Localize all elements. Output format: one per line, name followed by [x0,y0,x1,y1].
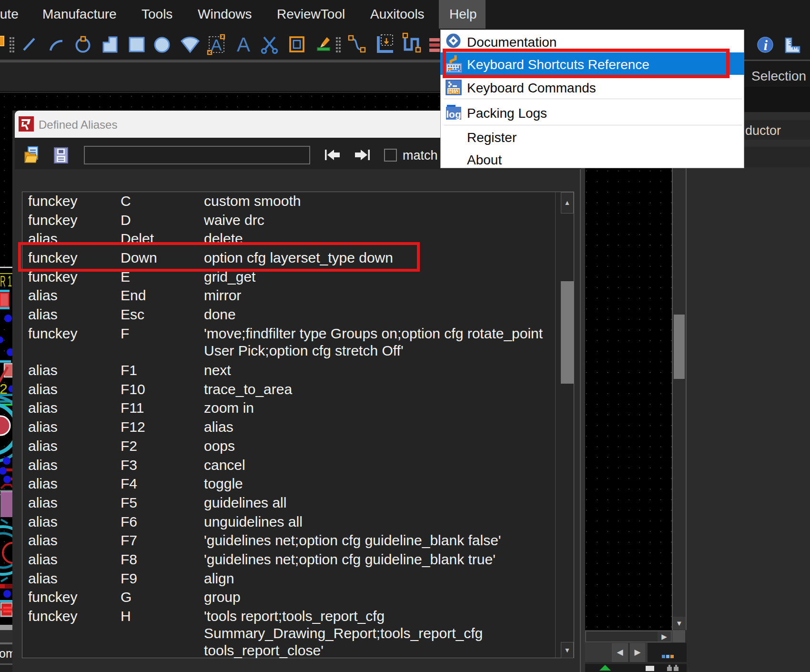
svg-text:log: log [446,109,461,120]
svg-text:A: A [211,36,222,54]
svg-text:A: A [237,33,250,56]
svg-text:i: i [764,37,768,53]
svg-text:R 1: R 1 [0,273,12,290]
